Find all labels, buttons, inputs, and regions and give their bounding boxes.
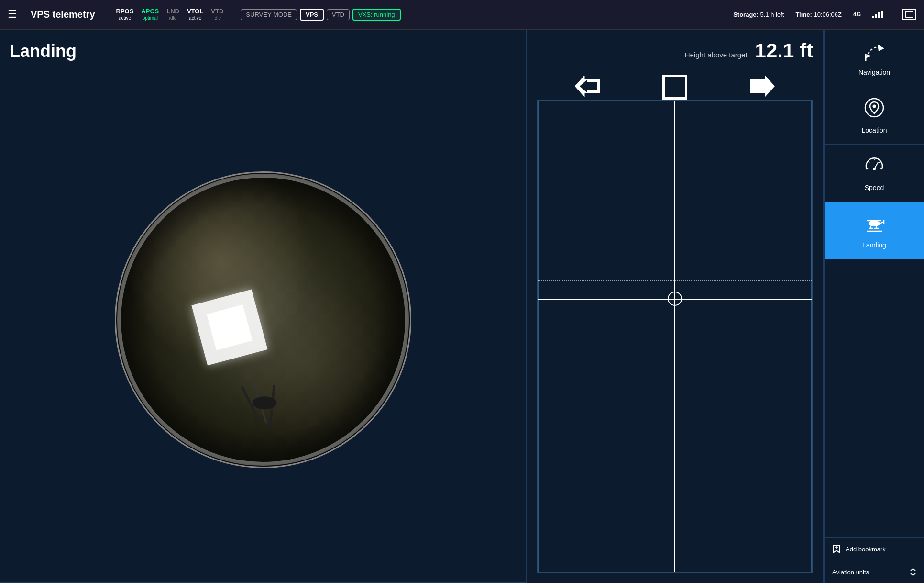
sidebar-item-navigation[interactable]: Navigation xyxy=(825,30,924,87)
svg-line-16 xyxy=(879,162,880,163)
vxs-button[interactable]: VXS: running xyxy=(352,9,401,21)
height-info: Height above target 12.1 ft xyxy=(537,39,813,62)
apos-sub: optimal xyxy=(143,15,158,21)
mode-group: SURVEY MODE VPS VTD VXS: running xyxy=(241,9,400,21)
center-panel: Height above target 12.1 ft xyxy=(527,30,824,583)
dotted-line xyxy=(538,280,812,281)
svg-line-17 xyxy=(880,168,881,169)
signal-label: 4G xyxy=(853,11,861,18)
location-label: Location xyxy=(862,126,887,134)
time-display: Time: 10:06:06Z xyxy=(795,11,842,18)
signal-bar-3 xyxy=(878,12,880,18)
bookmark-icon xyxy=(832,544,841,554)
tracking-box xyxy=(537,100,813,573)
lnd-sub: idle xyxy=(169,15,177,21)
right-sidebar: Navigation Location xyxy=(824,30,924,583)
sidebar-spacer xyxy=(825,259,924,537)
height-label: Height above target xyxy=(685,51,748,59)
vtd-label: VTD xyxy=(211,8,223,15)
sidebar-bottom: Add bookmark Aviation units xyxy=(825,537,924,583)
status-group: RPOS active APOS optimal LND idle VTOL a… xyxy=(116,8,224,21)
fisheye-inner xyxy=(116,173,410,467)
vps-button[interactable]: VPS xyxy=(300,9,324,21)
aviation-units-label: Aviation units xyxy=(832,569,869,576)
svg-line-14 xyxy=(869,162,869,163)
height-value: 12.1 ft xyxy=(755,39,813,62)
speed-icon xyxy=(864,155,885,180)
storage-info: Storage: 5.1 h left Time: 10:06:06Z 4G xyxy=(733,9,916,20)
rpos-label: RPOS xyxy=(116,8,134,15)
svg-point-19 xyxy=(873,168,876,170)
survey-mode-button[interactable]: SURVEY MODE xyxy=(241,9,297,20)
sidebar-item-speed[interactable]: Speed xyxy=(825,145,924,202)
vtol-sub: active xyxy=(189,15,201,21)
svg-rect-0 xyxy=(905,11,913,17)
landing-label: Landing xyxy=(862,241,886,249)
vtd-sub: idle xyxy=(214,15,221,21)
lnd-label: LND xyxy=(166,8,179,15)
vertical-line xyxy=(674,101,675,572)
storage-display: Storage: 5.1 h left xyxy=(733,11,784,18)
apos-label: APOS xyxy=(141,8,159,15)
arrow-right-icon xyxy=(750,76,775,99)
crosshair-area xyxy=(538,101,812,572)
rpos-sub: active xyxy=(119,15,131,21)
signal-bars xyxy=(872,11,883,18)
signal-bar-2 xyxy=(875,14,877,18)
signal-bar-4 xyxy=(881,11,883,18)
status-vtd: VTD idle xyxy=(211,8,223,21)
sidebar-item-location[interactable]: Location xyxy=(825,87,924,145)
navigation-label: Navigation xyxy=(858,68,890,76)
storage-label: Storage: xyxy=(733,11,760,18)
storage-value: 5.1 h left xyxy=(760,11,784,18)
crosshair-circle xyxy=(668,292,682,306)
fisheye-view xyxy=(115,171,411,468)
app-title: VPS telemetry xyxy=(31,9,95,20)
status-apos: APOS optimal xyxy=(141,8,159,21)
time-label: Time: xyxy=(795,11,814,18)
status-vtol: VTOL active xyxy=(187,8,203,21)
navigation-icon xyxy=(862,41,886,65)
svg-point-21 xyxy=(869,221,874,225)
landing-icon xyxy=(864,212,885,237)
vtol-label: VTOL xyxy=(187,8,203,15)
topbar: ☰ VPS telemetry RPOS active APOS optimal… xyxy=(0,0,924,30)
vtd-button[interactable]: VTD xyxy=(327,9,350,20)
target-square xyxy=(662,75,687,100)
svg-line-13 xyxy=(867,168,869,169)
svg-marker-7 xyxy=(750,76,775,97)
fullscreen-button[interactable] xyxy=(902,9,916,20)
fisheye-container xyxy=(10,69,517,571)
speed-label: Speed xyxy=(865,184,884,191)
status-rpos: RPOS active xyxy=(116,8,134,21)
arrows-row xyxy=(537,70,813,100)
location-icon xyxy=(864,97,885,123)
page-title: Landing xyxy=(10,41,517,61)
signal-bar-1 xyxy=(872,16,874,18)
aviation-units-button[interactable]: Aviation units xyxy=(825,561,924,583)
menu-button[interactable]: ☰ xyxy=(8,8,17,21)
svg-marker-10 xyxy=(867,54,872,58)
time-value: 10:06:06Z xyxy=(814,11,842,18)
left-panel: Landing xyxy=(0,30,527,583)
svg-marker-8 xyxy=(878,45,884,51)
svg-point-12 xyxy=(873,105,876,108)
svg-rect-9 xyxy=(865,54,867,61)
arrow-left-icon xyxy=(575,76,600,99)
svg-point-4 xyxy=(252,396,276,409)
aviation-chevron-icon xyxy=(910,568,916,576)
status-lnd: LND idle xyxy=(166,8,179,21)
add-bookmark-button[interactable]: Add bookmark xyxy=(825,538,924,561)
add-bookmark-label: Add bookmark xyxy=(846,546,886,553)
sidebar-item-landing[interactable]: Landing xyxy=(825,202,924,259)
main-content: Landing xyxy=(0,30,924,583)
drone-silhouette xyxy=(234,379,298,432)
